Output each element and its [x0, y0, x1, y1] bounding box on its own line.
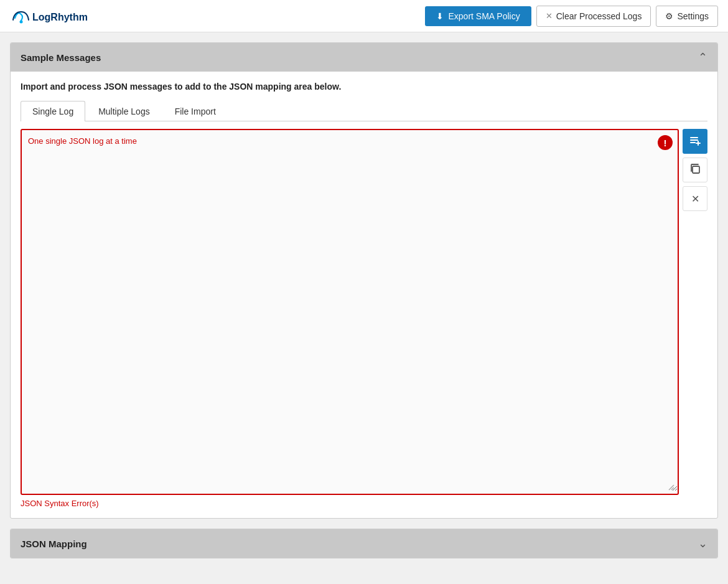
add-to-mapping-button[interactable]: [683, 129, 707, 154]
side-buttons: ✕: [683, 129, 707, 211]
svg-line-2: [669, 485, 674, 490]
tab-file-import[interactable]: File Import: [163, 101, 228, 121]
svg-point-0: [20, 20, 23, 23]
clear-x-icon: ✕: [546, 11, 553, 21]
json-mapping-panel-header[interactable]: JSON Mapping ⌄: [11, 529, 717, 558]
clear-textarea-button[interactable]: ✕: [683, 186, 707, 211]
sample-messages-panel-header[interactable]: Sample Messages ⌃: [11, 43, 717, 72]
main-content: Sample Messages ⌃ Import and process JSO…: [0, 32, 728, 568]
error-icon: !: [658, 135, 673, 150]
svg-rect-9: [693, 166, 699, 173]
sample-messages-panel: Sample Messages ⌃ Import and process JSO…: [10, 42, 718, 519]
json-mapping-panel: JSON Mapping ⌄: [10, 529, 718, 558]
sample-messages-panel-body: Import and process JSON messages to add …: [11, 72, 717, 518]
log-textarea[interactable]: [22, 130, 678, 491]
settings-button[interactable]: ⚙ Settings: [656, 6, 718, 27]
svg-text:LogRhythm: LogRhythm: [32, 12, 88, 22]
logo-svg: LogRhythm: [10, 6, 91, 27]
copy-icon: [689, 163, 701, 177]
json-mapping-title: JSON Mapping: [21, 539, 87, 549]
header: LogRhythm ⬇ Export SMA Policy ✕ Clear Pr…: [0, 0, 728, 32]
export-button-label: Export SMA Policy: [449, 11, 520, 21]
chevron-up-icon: ⌃: [698, 50, 707, 64]
panel-description: Import and process JSON messages to add …: [21, 82, 707, 92]
json-error-text: JSON Syntax Error(s): [21, 499, 707, 508]
chevron-down-icon: ⌄: [698, 537, 707, 550]
export-sma-policy-button[interactable]: ⬇ Export SMA Policy: [425, 6, 531, 26]
header-buttons: ⬇ Export SMA Policy ✕ Clear Processed Lo…: [425, 6, 719, 27]
svg-line-3: [671, 487, 674, 490]
textarea-container: One single JSON log at a time !: [21, 129, 707, 495]
close-icon: ✕: [691, 193, 699, 205]
settings-button-label: Settings: [677, 11, 709, 21]
clear-processed-logs-button[interactable]: ✕ Clear Processed Logs: [536, 6, 651, 27]
clear-button-label: Clear Processed Logs: [556, 11, 642, 21]
resize-handle: [668, 484, 676, 492]
tab-single-log[interactable]: Single Log: [21, 101, 85, 121]
textarea-wrapper: One single JSON log at a time !: [21, 129, 679, 495]
sample-messages-title: Sample Messages: [21, 52, 101, 63]
gear-icon: ⚙: [665, 11, 673, 21]
tab-multiple-logs[interactable]: Multiple Logs: [86, 101, 162, 121]
logrhythm-logo: LogRhythm: [10, 6, 91, 27]
copy-button[interactable]: [683, 158, 707, 182]
tabs: Single Log Multiple Logs File Import: [21, 100, 707, 121]
logo-area: LogRhythm: [10, 6, 418, 27]
download-icon: ⬇: [436, 11, 444, 21]
exclamation-icon: !: [664, 138, 667, 148]
list-add-icon: [689, 134, 701, 149]
